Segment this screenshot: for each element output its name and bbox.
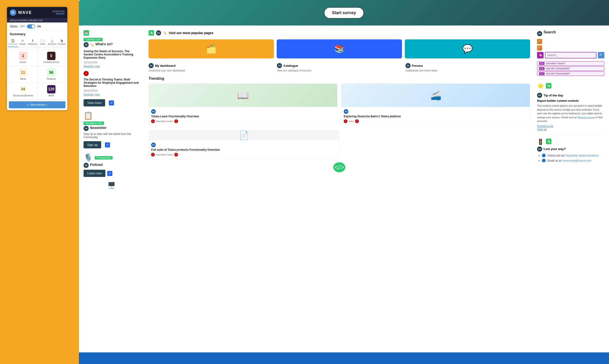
h4-badge-newsletter: h4	[83, 126, 89, 131]
errors-label: Errors	[11, 61, 35, 64]
list-icon: ≡	[22, 39, 23, 42]
sign-up-button[interactable]: Sign up	[83, 141, 101, 148]
search-input[interactable]	[545, 52, 596, 58]
structural-label: Structural Elements	[11, 94, 35, 97]
structural-badge: 34	[19, 85, 27, 93]
trending-card-1-img: 📖	[149, 84, 337, 107]
dashboard-card-icon: 🗂️	[206, 44, 217, 54]
aria-badge: 120	[47, 85, 55, 93]
h3-badge-2: h3	[344, 109, 348, 114]
catalogue-card[interactable]: 📚	[277, 39, 402, 58]
aria-badge-1: aria	[539, 62, 544, 65]
tab-details[interactable]: ≡ Details	[18, 37, 27, 47]
survey-banner: Start survey	[79, 0, 609, 26]
features-label: Features	[40, 78, 63, 80]
tab-contrast[interactable]: ◑ Contrast	[57, 37, 66, 47]
styles-label: Styles:	[10, 25, 18, 28]
error-badge-6: ✕	[174, 153, 178, 156]
h4-my-dashboard: h4	[149, 63, 154, 68]
tab-order[interactable]: ⋮⋮ Order	[38, 37, 47, 47]
stat-features: 56 Features	[37, 66, 66, 82]
catalogue-label: Catalogue	[283, 64, 298, 67]
code-icon: </>	[333, 162, 345, 172]
info-icon: ℹ	[32, 39, 33, 42]
bottom-wave-icon: 🖥️	[108, 182, 116, 189]
popular-title: Visit our most popular pages	[169, 31, 214, 35]
event2-title: The Secret to Thriving Teams: Bold Strat…	[83, 78, 139, 88]
dashboard-item-3: h4 Forums Collaborate and share ideas.	[406, 63, 530, 72]
feature-cards-grid: 🗂️ 📚 💬	[149, 39, 530, 58]
dashboard-card[interactable]: 🗂️	[149, 39, 274, 58]
right-icons-row: ⭐ 🏷️	[537, 82, 604, 89]
stat-structural: 34 Structural Elements	[9, 83, 37, 99]
calendar-section: 📅 *Calendar icon* h4 🏷️ What's on? Sowin…	[83, 30, 139, 106]
trending-card-3-title: Full suite of Totara products Functional…	[151, 148, 337, 151]
email-link[interactable]: community@totara.com	[562, 159, 591, 162]
view-more-button[interactable]: View more	[83, 99, 105, 106]
tab-structure[interactable]: △ Structure	[47, 37, 57, 47]
h3-badge-1: h3	[151, 109, 156, 114]
trending-card-3-time: less than 5 mins	[156, 154, 173, 156]
trending-card-2-body: h3 Exploring Deutsche Bahn's Totara plat…	[341, 107, 530, 125]
dashboard-item-1: h4 My dashboard Customise your own dashb…	[149, 63, 273, 72]
aria-label: ARIA	[40, 94, 63, 97]
listen-now-button[interactable]: Listen now	[83, 170, 105, 177]
newsletter-title: Newsletter	[90, 126, 107, 130]
event1-error-badge: ✕	[83, 71, 89, 76]
forums-card-icon: 💬	[462, 44, 473, 54]
home-icon: 🏠	[11, 39, 15, 42]
signpost-icon: 🚦	[537, 139, 544, 145]
report-builder-text: The content control options you are give…	[537, 104, 604, 123]
trending-card-2-title: Exploring Deutsche Bahn's Totara platfor…	[344, 115, 528, 118]
report-builder-title: Report builder content controls	[537, 99, 604, 103]
tab-reference[interactable]: ℹ Reference	[27, 37, 38, 47]
trending-single-row: 📄 h3 Full suite of Totara products Funct…	[149, 130, 339, 159]
view-all-link[interactable]: View all	[537, 128, 604, 131]
error-badge-1: ✕	[151, 119, 155, 123]
tab-summary[interactable]: 🏠 Summary	[8, 37, 18, 47]
start-survey-button[interactable]: Start survey	[324, 7, 364, 19]
middle-content: 🏷️ h4 🏷️ Visit our most popular pages 🗂️…	[144, 30, 535, 189]
list-item-faq: 🔵 Check out our frequently asked questio…	[542, 154, 604, 157]
faq-link[interactable]: frequently asked questions	[565, 154, 598, 157]
aria-presentation-2: aria aria role="presentation"	[537, 71, 604, 76]
forums-desc: Collaborate and share ideas.	[406, 69, 530, 72]
webaim-link[interactable]: WebAIM	[56, 13, 65, 15]
stat-contrast-errors: 0 Contrast Errors	[37, 49, 66, 66]
popular-pages-header: 🏷️ h4 🏷️ Visit our most popular pages	[149, 30, 530, 36]
event1-register-link[interactable]: Register now	[83, 65, 100, 68]
trending-grid: 📖 h3 Totara Learn Functionality Overview…	[149, 83, 530, 126]
forums-card[interactable]: 💬	[405, 39, 530, 58]
reports-course-link[interactable]: Reports course	[577, 116, 595, 119]
event2-register-link[interactable]: Register now	[83, 93, 100, 96]
suggest-tip-link[interactable]: Suggest a tip	[537, 125, 604, 128]
my-dashboard-desc: Customise your own dashboard!	[149, 69, 273, 72]
error-badge-2: ✕	[174, 119, 178, 123]
podcast-section: 🎙️ *Podcast icon* h4 Podcast Listen now …	[83, 153, 139, 177]
trending-card-2-img: 🚄	[341, 84, 530, 107]
search-section: h4 Search 🔍 🔍 🏷️ 🔍 aria aria-label="sear…	[537, 30, 604, 76]
trending-card-2-meta: ✕ mins ✕	[344, 119, 528, 123]
h4-search: h4	[537, 31, 542, 36]
contrast-badge: 0	[47, 52, 55, 60]
view-details-button[interactable]: ≡ View details »	[9, 101, 66, 108]
listen-wave-icon: 🔗	[107, 171, 112, 176]
dashboard-item-2: h4 Catalogue View our catalogue of cours…	[277, 63, 402, 72]
trending-card-2[interactable]: 🚄 h3 Exploring Deutsche Bahn's Totara pl…	[341, 83, 530, 126]
trending-card-3[interactable]: 📄 h3 Full suite of Totara products Funct…	[149, 130, 339, 159]
summary-title: Summary	[7, 31, 67, 37]
search-button[interactable]: 🔍	[598, 52, 604, 58]
my-dashboard-label: My dashboard	[155, 64, 176, 67]
blue-bottom-bar	[79, 352, 609, 364]
styles-toggle[interactable]	[27, 24, 35, 28]
podcast-icon: 🎙️	[83, 153, 93, 162]
wave-logo-icon: W	[10, 9, 16, 16]
popular-wave-icon: 🏷️	[149, 30, 154, 36]
trending-card-1[interactable]: 📖 h3 Totara Learn Functionality Overview…	[149, 83, 338, 126]
bottom-icon: 🖥️	[83, 182, 139, 189]
structure-icon: △	[51, 39, 53, 42]
catalogue-card-icon: 📚	[334, 44, 345, 54]
books-icon: 📖	[237, 90, 249, 101]
aria-badge-3: aria	[539, 72, 544, 75]
lost-title-text: Lost your way?	[543, 147, 566, 151]
